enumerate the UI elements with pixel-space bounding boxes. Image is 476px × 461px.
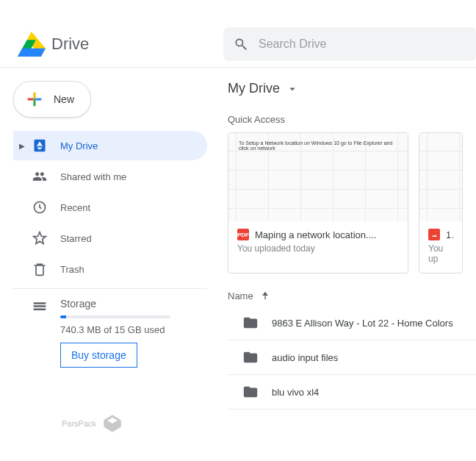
app-name: Drive <box>51 35 89 54</box>
search-icon <box>234 37 248 51</box>
sidebar-item-label: Shared with me <box>60 171 126 182</box>
sidebar-item-label: My Drive <box>60 140 98 151</box>
folder-icon <box>242 315 259 331</box>
main-content: My Drive Quick Access To Setup a Network… <box>213 68 476 410</box>
file-row[interactable]: 9863 E Allison Way - Lot 22 - Home Color… <box>228 306 476 340</box>
quick-access-title: Quick Access <box>228 114 476 125</box>
plus-icon <box>24 89 45 110</box>
sidebar-item-my-drive[interactable]: ▶ My Drive <box>13 131 207 160</box>
list-header-name[interactable]: Name <box>228 290 476 301</box>
breadcrumb-current: My Drive <box>228 81 280 96</box>
new-button[interactable]: New <box>13 81 91 118</box>
search-bar[interactable] <box>223 27 476 61</box>
card-thumbnail <box>419 133 462 221</box>
sidebar-item-label: Starred <box>60 233 92 244</box>
watermark: ParsPack <box>62 413 123 434</box>
thumb-caption: To Setup a Network location on Windows 1… <box>239 140 397 151</box>
clock-icon <box>32 200 47 215</box>
file-name: blu vivo xl4 <box>272 387 319 398</box>
file-row[interactable]: audio input files <box>228 340 476 375</box>
divider <box>13 288 207 289</box>
sidebar-item-label: Trash <box>60 264 84 275</box>
chevron-down-icon <box>286 82 299 96</box>
quick-access-card[interactable]: To Setup a Network location on Windows 1… <box>228 132 408 274</box>
storage-label: Storage <box>60 298 170 310</box>
people-icon <box>32 169 47 184</box>
folder-icon <box>242 349 259 365</box>
trash-icon <box>32 262 47 276</box>
card-title: 1. <box>446 229 453 240</box>
column-name: Name <box>228 290 253 301</box>
breadcrumb[interactable]: My Drive <box>228 76 476 107</box>
sidebar-item-label: Recent <box>60 202 90 213</box>
expand-triangle-icon[interactable]: ▶ <box>19 142 25 150</box>
quick-access-row: To Setup a Network location on Windows 1… <box>228 132 476 274</box>
sidebar-item-recent[interactable]: Recent <box>13 193 207 222</box>
sidebar-item-trash[interactable]: Trash <box>13 254 207 284</box>
file-name: 9863 E Allison Way - Lot 22 - Home Color… <box>272 318 453 329</box>
file-row[interactable]: blu vivo xl4 <box>228 375 476 410</box>
quick-access-card[interactable]: 1. You up <box>419 132 463 274</box>
header: Drive <box>0 21 476 68</box>
sort-arrow-up-icon <box>259 290 271 301</box>
file-name: audio input files <box>272 352 338 363</box>
storage-section: Storage 740.3 MB of 15 GB used Buy stora… <box>13 293 207 372</box>
sidebar-item-shared[interactable]: Shared with me <box>13 162 207 191</box>
card-subtitle: You uploaded today <box>237 243 399 254</box>
card-thumbnail: To Setup a Network location on Windows 1… <box>228 133 408 221</box>
card-subtitle: You up <box>428 243 453 264</box>
watermark-text: ParsPack <box>62 419 96 428</box>
image-icon <box>428 229 440 240</box>
folder-icon <box>242 384 259 400</box>
my-drive-icon <box>32 138 47 153</box>
new-button-label: New <box>54 93 74 105</box>
sidebar: New ▶ My Drive Shared with me Recen <box>0 68 213 410</box>
storage-icon <box>32 298 47 314</box>
logo-block: Drive <box>18 32 223 57</box>
buy-storage-button[interactable]: Buy storage <box>60 343 137 368</box>
star-icon <box>32 231 47 246</box>
pdf-icon: PDF <box>237 229 249 240</box>
drive-logo-icon <box>18 32 46 57</box>
storage-used-text: 740.3 MB of 15 GB used <box>60 324 170 335</box>
sidebar-item-starred[interactable]: Starred <box>13 224 207 253</box>
card-title: Maping a network location.... <box>255 229 376 240</box>
nav-list: ▶ My Drive Shared with me Recent <box>13 131 207 284</box>
search-input[interactable] <box>259 37 466 51</box>
storage-bar <box>60 315 170 318</box>
